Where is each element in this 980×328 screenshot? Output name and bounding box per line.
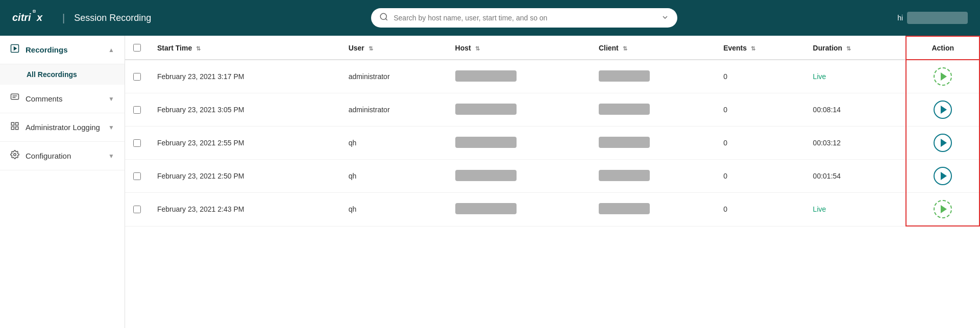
th-host[interactable]: Host ⇅ [447,36,591,60]
cell-start-time: February 23, 2021 2:43 PM [149,193,340,226]
sidebar-item-all-recordings[interactable]: All Recordings [0,64,125,85]
cell-duration: 00:03:12 [805,127,906,160]
play-button[interactable] [934,167,952,185]
cell-action [906,127,979,160]
th-start-time[interactable]: Start Time ⇅ [149,36,340,60]
duration-live: Live [813,72,826,81]
host-value [455,137,517,148]
cell-start-time: February 23, 2021 3:05 PM [149,93,340,127]
play-live-icon [941,72,947,81]
th-action: Action [906,36,979,60]
sort-duration-icon: ⇅ [846,45,851,52]
client-value [599,170,650,181]
cell-events: 0 [715,127,804,160]
recordings-label: Recordings [26,45,108,54]
search-container [161,8,887,28]
cell-start-time: February 23, 2021 3:17 PM [149,60,340,93]
client-value [599,203,650,214]
play-icon [10,44,19,56]
svg-line-6 [386,18,387,20]
svg-rect-12 [11,122,14,125]
play-icon [941,106,947,114]
cell-duration: 00:08:14 [805,93,906,127]
cell-duration: Live [805,60,906,93]
cell-start-time: February 23, 2021 2:50 PM [149,160,340,193]
row-checkbox[interactable] [133,139,141,147]
config-icon [10,150,19,162]
sidebar: Recordings ▲ All Recordings Comments ▼ [0,36,125,328]
recordings-chevron: ▲ [108,46,114,54]
play-live-icon [941,205,947,213]
citrix-logo: citri x [12,9,53,27]
search-input[interactable] [394,14,656,22]
app-header: citri x | Session Recording [0,0,980,36]
play-live-button[interactable] [934,200,952,218]
th-events[interactable]: Events ⇅ [715,36,804,60]
cell-client [591,60,715,93]
search-icon [379,12,388,23]
duration-live: Live [813,205,826,213]
logo-area: citri x | Session Recording [12,9,151,27]
th-user[interactable]: User ⇅ [340,36,447,60]
play-button[interactable] [934,100,952,119]
cell-events: 0 [715,160,804,193]
sort-client-icon: ⇅ [623,45,627,52]
logo-divider: | [62,12,65,24]
comments-chevron: ▼ [108,95,114,103]
sort-start-time-icon: ⇅ [196,45,201,52]
cell-events: 0 [715,60,804,93]
cell-start-time: February 23, 2021 2:55 PM [149,127,340,160]
host-value [455,70,517,82]
th-client[interactable]: Client ⇅ [591,36,715,60]
host-value [455,170,517,181]
comments-label: Comments [26,94,108,103]
admin-icon [10,121,19,133]
row-checkbox[interactable] [133,106,141,114]
svg-rect-15 [16,127,18,130]
svg-rect-14 [11,127,14,130]
svg-marker-8 [14,47,17,50]
client-value [599,70,650,82]
row-checkbox[interactable] [133,73,141,81]
configuration-chevron: ▼ [108,153,114,160]
comments-icon [10,93,19,105]
play-button[interactable] [934,134,952,152]
sidebar-item-recordings[interactable]: Recordings ▲ [0,36,125,64]
search-dropdown-icon[interactable] [661,13,669,23]
table-row: February 23, 2021 2:50 PMqh000:01:54 [125,160,979,193]
sidebar-item-admin-logging[interactable]: Administrator Logging ▼ [0,113,125,142]
play-icon [941,139,947,147]
main-content: Start Time ⇅ User ⇅ Host ⇅ Client ⇅ [125,36,980,328]
play-live-button[interactable] [934,67,952,86]
cell-client [591,193,715,226]
row-checkbox[interactable] [133,172,141,180]
user-name [907,12,968,24]
svg-text:citri: citri [12,12,31,23]
table-row: February 23, 2021 3:17 PMadministrator0L… [125,60,979,93]
row-checkbox[interactable] [133,206,141,213]
cell-user: administrator [340,93,447,127]
cell-host [447,160,591,193]
sidebar-item-configuration[interactable]: Configuration ▼ [0,142,125,170]
recordings-table: Start Time ⇅ User ⇅ Host ⇅ Client ⇅ [125,36,980,226]
th-checkbox [125,36,149,60]
main-layout: Recordings ▲ All Recordings Comments ▼ [0,36,980,328]
svg-point-16 [14,154,16,156]
cell-user: administrator [340,60,447,93]
citrix-icon: citri x [12,9,53,27]
select-all-checkbox[interactable] [133,44,141,52]
sidebar-item-comments[interactable]: Comments ▼ [0,85,125,113]
table-row: February 23, 2021 3:05 PMadministrator00… [125,93,979,127]
cell-client [591,93,715,127]
user-area: hi [897,12,968,24]
cell-action [906,193,979,226]
search-bar[interactable] [371,8,677,28]
table-row: February 23, 2021 2:43 PMqh0Live [125,193,979,226]
cell-action [906,93,979,127]
cell-user: qh [340,127,447,160]
admin-logging-label: Administrator Logging [26,123,108,132]
cell-host [447,127,591,160]
cell-duration: Live [805,193,906,226]
th-duration[interactable]: Duration ⇅ [805,36,906,60]
sort-user-icon: ⇅ [369,45,373,52]
